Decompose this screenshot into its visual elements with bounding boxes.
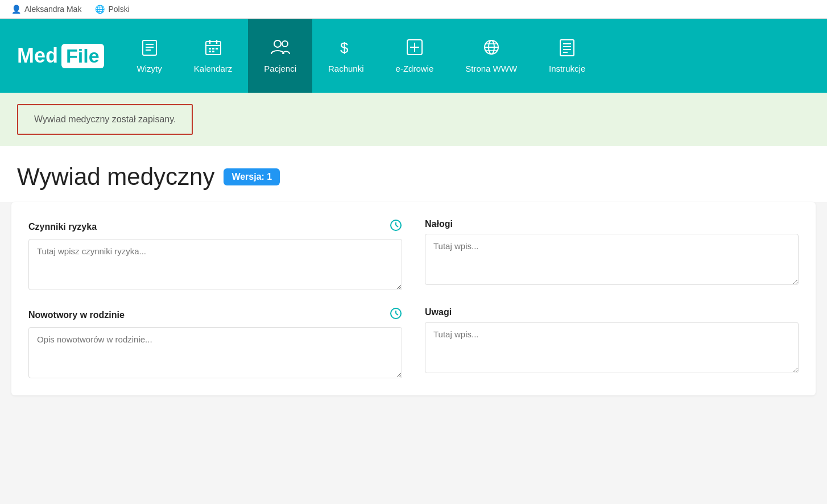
clock-icon-nowotwory[interactable] bbox=[390, 307, 402, 323]
success-banner: Wywiad medyczny został zapisany. bbox=[0, 93, 827, 146]
wizyty-icon bbox=[140, 38, 159, 59]
input-nalogi[interactable] bbox=[425, 234, 799, 285]
stronawww-icon bbox=[482, 38, 501, 59]
nav-label-stronawww: Strona WWW bbox=[465, 64, 517, 73]
nav-label-ezdrowie: e-Zdrowie bbox=[396, 64, 434, 73]
label-czynniki-ryzyka: Czynniki ryzyka bbox=[28, 222, 97, 232]
svg-point-14 bbox=[282, 41, 288, 47]
form-grid: Czynniki ryzyka Nałogi bbox=[28, 219, 799, 378]
label-uwagi: Uwagi bbox=[425, 307, 452, 317]
user-icon: 👤 bbox=[11, 5, 21, 14]
ezdrowie-icon bbox=[406, 38, 424, 59]
nav-item-wizyty[interactable]: Wizyty bbox=[121, 19, 178, 93]
page-title-area: Wywiad medyczny Wersja: 1 bbox=[0, 146, 827, 202]
page-title: Wywiad medyczny bbox=[17, 163, 214, 191]
field-nowotwory: Nowotwory w rodzinie bbox=[28, 307, 402, 378]
svg-point-13 bbox=[274, 40, 281, 47]
nav-label-instrukcje: Instrukcje bbox=[549, 64, 585, 73]
nav-label-wizyty: Wizyty bbox=[137, 64, 162, 73]
label-nowotwory: Nowotwory w rodzinie bbox=[28, 310, 125, 320]
main-nav: Med File Wizyty bbox=[0, 19, 827, 93]
language-label: Polski bbox=[108, 5, 129, 14]
field-header-uwagi: Uwagi bbox=[425, 307, 799, 317]
input-uwagi[interactable] bbox=[425, 322, 799, 373]
nav-item-pacjenci[interactable]: Pacjenci bbox=[248, 19, 312, 93]
nav-item-instrukcje[interactable]: Instrukcje bbox=[533, 19, 601, 93]
instrukcje-icon bbox=[558, 38, 576, 59]
svg-rect-24 bbox=[560, 40, 574, 56]
input-czynniki-ryzyka[interactable] bbox=[28, 239, 402, 290]
field-nalogi: Nałogi bbox=[425, 219, 799, 290]
clock-icon-czynniki[interactable] bbox=[390, 219, 402, 234]
logo[interactable]: Med File bbox=[0, 19, 121, 93]
topbar: 👤 Aleksandra Mak 🌐 Polski bbox=[0, 0, 827, 19]
username: Aleksandra Mak bbox=[24, 5, 81, 14]
user-menu[interactable]: 👤 Aleksandra Mak bbox=[11, 5, 81, 14]
nav-item-stronawww[interactable]: Strona WWW bbox=[449, 19, 533, 93]
kalendarz-icon bbox=[204, 38, 222, 59]
nav-item-ezdrowie[interactable]: e-Zdrowie bbox=[380, 19, 450, 93]
logo-med: Med bbox=[17, 44, 58, 68]
svg-rect-9 bbox=[212, 48, 214, 49]
svg-rect-8 bbox=[209, 48, 211, 49]
field-uwagi: Uwagi bbox=[425, 307, 799, 378]
form-card: Czynniki ryzyka Nałogi bbox=[11, 202, 816, 395]
field-header-nowotwory: Nowotwory w rodzinie bbox=[28, 307, 402, 323]
logo-file: File bbox=[61, 44, 104, 68]
success-message: Wywiad medyczny został zapisany. bbox=[34, 114, 176, 124]
svg-rect-10 bbox=[216, 48, 218, 49]
svg-line-34 bbox=[396, 313, 398, 315]
input-nowotwory[interactable] bbox=[28, 327, 402, 378]
globe-icon: 🌐 bbox=[95, 5, 105, 14]
main-content: Wywiad medyczny został zapisany. Wywiad … bbox=[0, 93, 827, 395]
pacjenci-icon bbox=[270, 38, 291, 59]
nav-label-pacjenci: Pacjenci bbox=[264, 64, 296, 73]
field-header-czynniki: Czynniki ryzyka bbox=[28, 219, 402, 234]
field-header-nalogi: Nałogi bbox=[425, 219, 799, 229]
nav-label-rachunki: Rachunki bbox=[328, 64, 364, 73]
field-czynniki-ryzyka: Czynniki ryzyka bbox=[28, 219, 402, 290]
rachunki-icon: $ bbox=[337, 38, 355, 59]
svg-rect-12 bbox=[212, 51, 214, 52]
nav-item-rachunki[interactable]: $ Rachunki bbox=[312, 19, 380, 93]
language-menu[interactable]: 🌐 Polski bbox=[95, 5, 129, 14]
nav-item-kalendarz[interactable]: Kalendarz bbox=[178, 19, 249, 93]
nav-label-kalendarz: Kalendarz bbox=[194, 64, 233, 73]
svg-rect-11 bbox=[209, 51, 211, 52]
version-badge: Wersja: 1 bbox=[224, 168, 280, 185]
svg-line-31 bbox=[396, 225, 398, 227]
label-nalogi: Nałogi bbox=[425, 219, 453, 229]
nav-items: Wizyty Kalendarz bbox=[121, 19, 827, 93]
success-message-box: Wywiad medyczny został zapisany. bbox=[17, 104, 193, 135]
svg-text:$: $ bbox=[340, 39, 349, 56]
